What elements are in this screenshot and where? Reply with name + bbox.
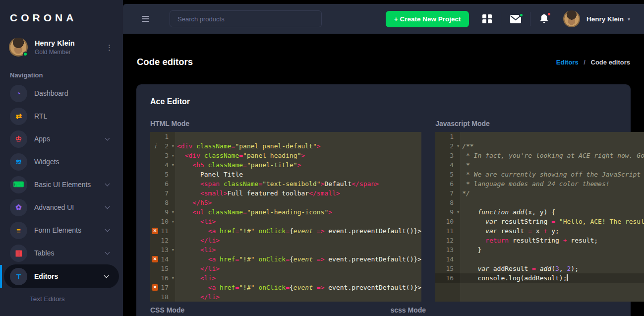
notification-dot (547, 12, 551, 16)
sidebar-toggle-icon[interactable] (140, 14, 151, 24)
sidebar-item-editors[interactable]: TEditors (4, 264, 119, 288)
info-annotation-icon: i (154, 141, 156, 151)
brand-logo[interactable]: CORONA (0, 0, 123, 24)
code-text: <small>Full featured toolbar</small> (175, 189, 421, 198)
code-text: <div className="panel panel-default"> (175, 141, 421, 151)
breadcrumb-link-editors[interactable]: Editors (556, 59, 579, 66)
chevron-down-icon (105, 204, 110, 209)
profile-name: Henry Klein (35, 39, 75, 47)
sidebar-item-form-elements[interactable]: ≡Form Elements (0, 219, 123, 242)
navbar-avatar[interactable] (563, 10, 580, 27)
code-line: 4▼ <h5 className="panel-title"> (150, 160, 421, 170)
sidebar-item-apps[interactable]: ♔Apps (0, 127, 123, 150)
code-line: 8 </h5> (150, 198, 421, 207)
code-text: </h5> (175, 198, 421, 207)
code-line: 6 <span className="text-semibold">Defaul… (150, 179, 421, 189)
gutter-cell: 4 (435, 160, 460, 170)
kebab-menu-icon[interactable]: ⋮ (103, 42, 116, 53)
fold-arrow-icon[interactable]: ▼ (457, 208, 459, 217)
code-text: </li> (175, 236, 421, 245)
gutter-cell: 5 (435, 170, 460, 179)
chevron-down-icon (105, 181, 110, 186)
online-status-dot (23, 52, 28, 57)
create-new-project-button[interactable]: + Create New Project (386, 11, 469, 27)
gutter-cell: 13▼ (150, 245, 175, 254)
sidebar-item-label: Editors (34, 272, 58, 280)
code-line: 13 } (435, 245, 644, 254)
code-text: * We are currently showing off the JavaS… (460, 170, 644, 179)
code-line: 6 * language modes and 24 color themes! (435, 179, 644, 189)
fold-arrow-icon[interactable]: ▼ (172, 208, 174, 217)
code-text: * In fact, you're looking at ACE right n… (460, 151, 644, 160)
gutter-cell: 9▼ (435, 207, 460, 217)
sidebar-subitem-text-editors[interactable]: Text Editors (0, 288, 123, 306)
grid-apps-icon[interactable] (476, 11, 498, 27)
chevron-down-icon[interactable]: ▾ (628, 16, 630, 22)
top-navbar: + Create New Project Henry Klein ▾ (123, 4, 644, 34)
error-annotation-icon: ✕ (152, 228, 158, 234)
code-text: * (460, 160, 644, 170)
gutter-cell: 12 (435, 236, 460, 245)
messages-icon[interactable] (504, 12, 527, 26)
search-input[interactable] (170, 10, 322, 27)
ace-editor-html[interactable]: 1i2▼<div className="panel panel-default"… (150, 132, 421, 302)
chevron-down-icon (104, 273, 109, 278)
code-text: <a href="!#" onClick={event => event.pre… (175, 226, 421, 236)
unread-message-dot (519, 13, 524, 17)
code-line: ✕17 <a href="!#" onClick={event => event… (150, 283, 421, 292)
fold-arrow-icon[interactable]: ▼ (172, 142, 174, 151)
code-line: i2▼<div className="panel panel-default"> (150, 141, 421, 151)
fold-arrow-icon[interactable]: ▼ (172, 274, 174, 283)
fold-arrow-icon[interactable]: ▼ (172, 217, 174, 227)
fold-arrow-icon[interactable]: ▼ (172, 246, 174, 255)
chevron-down-icon (105, 227, 110, 232)
fold-arrow-icon[interactable]: ▼ (457, 142, 459, 151)
gutter-cell: 15 (435, 264, 460, 273)
profile-membership: Gold Member (35, 49, 75, 56)
sidebar-item-advanced-ui[interactable]: ✿Advanced UI (0, 196, 123, 219)
code-line: 7*/ (435, 189, 644, 198)
breadcrumb-current: Code editors (591, 59, 630, 66)
code-line: 11 var result = x + y; (435, 226, 644, 236)
gutter-cell: 1 (435, 132, 460, 141)
fold-arrow-icon[interactable]: ▼ (172, 151, 174, 161)
sidebar-item-label: RTL (34, 112, 47, 120)
card-title: Ace Editor (150, 97, 617, 106)
code-line: 15 </li> (150, 264, 421, 273)
sidebar-item-label: Form Elements (34, 226, 81, 234)
ace-editor-javascript[interactable]: 12▼/**3 * In fact, you're looking at ACE… (435, 132, 644, 302)
gutter-cell: 12 (150, 236, 175, 245)
code-text: <li> (175, 245, 421, 254)
code-text: /** (460, 141, 644, 151)
code-line: 12 </li> (150, 236, 421, 245)
code-text: function add(x, y) { (460, 207, 644, 217)
code-line: 9▼ function add(x, y) { (435, 207, 644, 217)
html-mode-label: HTML Mode (150, 120, 421, 127)
code-text: var addResult = add(3, 2); (460, 264, 644, 273)
flower-gear-icon: ✿ (10, 199, 27, 216)
divider (530, 12, 530, 26)
sidebar-item-basic-ui-elements[interactable]: ⌨Basic UI Elements (0, 173, 123, 196)
sidebar-item-rtl[interactable]: ⇄RTL (0, 105, 123, 127)
navbar-user-name[interactable]: Henry Klein (586, 15, 624, 23)
code-text: <a href="!#" onClick={event => event.pre… (175, 254, 421, 264)
code-line: 9▼ <ul className="panel-heading-icons"> (150, 207, 421, 217)
code-line: 1 (150, 132, 421, 141)
code-text: <h5 className="panel-title"> (175, 160, 421, 170)
code-text (460, 132, 644, 141)
laptop-icon: ⌨ (10, 176, 27, 193)
notifications-icon[interactable] (533, 11, 555, 27)
code-line: ✕11 <a href="!#" onClick={event => event… (150, 226, 421, 236)
gutter-cell: 16 (435, 273, 460, 283)
sidebar-item-widgets[interactable]: ≋Widgets (0, 150, 123, 173)
divider (501, 12, 501, 26)
code-text: <span className="text-semibold">Default<… (175, 179, 421, 189)
sidebar-item-dashboard[interactable]: ◔Dashboard (0, 82, 123, 105)
code-text: <li> (175, 217, 421, 226)
code-text: console.log(addResult); (460, 273, 644, 283)
fold-arrow-icon[interactable]: ▼ (172, 161, 174, 170)
code-text: <li> (175, 273, 421, 283)
form-list-icon: ≡ (10, 222, 27, 239)
gutter-cell: 7 (150, 189, 175, 198)
sidebar-item-tables[interactable]: ▦Tables (0, 242, 123, 264)
